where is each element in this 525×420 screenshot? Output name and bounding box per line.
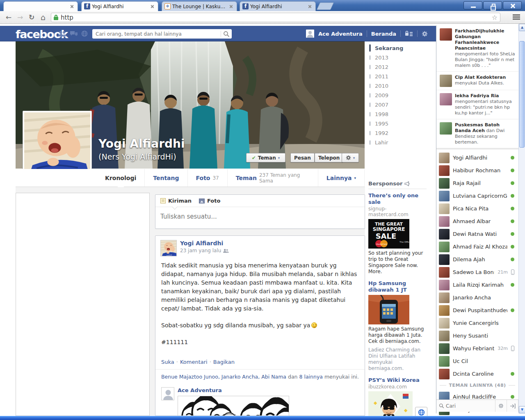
chat-hide-sidebar-button[interactable] <box>507 400 518 412</box>
ticker-item[interactable]: FarkhanDijhulukhie Gabungan Farhanleahkw… <box>436 25 518 72</box>
ticker-item[interactable]: Puskesmas Batoh Banda Aceh dan Dwi Bendi… <box>436 119 518 148</box>
bookmark-star-icon[interactable]: ☆ <box>492 14 498 21</box>
timeline-year[interactable]: 1992 <box>368 128 426 138</box>
search-icon[interactable] <box>221 31 232 37</box>
post-author-name[interactable]: Yogi Alfiardhi <box>180 240 229 247</box>
timeline-year[interactable]: 2011 <box>368 72 426 81</box>
more-likers-link[interactable]: 8 lainnya <box>299 374 323 380</box>
timeline-year[interactable]: 2007 <box>368 100 426 110</box>
chat-friend-row[interactable]: Dewi Puspitanthudewox <box>436 304 518 317</box>
cover-gear-button[interactable]: ▾ <box>342 153 359 162</box>
browser-tab-yogi-2[interactable]: f Yogi Alfiardhi <box>240 1 316 11</box>
like-link[interactable]: Suka <box>161 359 174 365</box>
post-timestamp[interactable]: 23 jam yang lalu <box>180 248 221 253</box>
browser-menu-icon[interactable] <box>511 14 522 22</box>
chat-friend-row[interactable]: Dewi Ratna Wati <box>436 228 518 240</box>
browser-tab-yogi-1[interactable]: f Yogi Alfiardhi <box>81 1 158 11</box>
reload-button[interactable]: ↻ <box>26 12 37 22</box>
scroll-down-button[interactable]: ▼ <box>519 406 525 413</box>
chat-friend-row[interactable]: Yogi Alfiardhi <box>436 151 518 164</box>
timeline-year[interactable]: 2009 <box>368 91 426 100</box>
ad-singapore-sale[interactable]: There’s only one sale signup-mastercard.… <box>368 192 427 275</box>
privacy-shortcuts-icon[interactable] <box>405 31 413 37</box>
chat-friend-row[interactable]: Laila Rizqi Karimah <box>436 278 518 291</box>
notifications-globe-icon[interactable] <box>81 30 88 37</box>
ticker-item[interactable]: Cip Alat Kedokteranmenyukai Duta Alkes. <box>436 72 518 90</box>
friend-button[interactable]: ✔ Teman ▾ <box>246 153 285 162</box>
scroll-up-button[interactable]: ▲ <box>519 24 525 31</box>
post-author-avatar[interactable] <box>160 240 177 256</box>
search-input[interactable] <box>92 31 221 37</box>
comment-author-avatar[interactable] <box>161 387 174 400</box>
chat-search[interactable] <box>436 400 495 412</box>
user-name-link[interactable]: Ace Adventura <box>318 31 363 37</box>
chat-friend-row[interactable]: Heny Susanti <box>436 329 518 342</box>
user-avatar[interactable] <box>306 30 314 38</box>
chat-friend-row[interactable]: Pica Nica Pita <box>436 202 518 215</box>
scrollbar-thumb[interactable] <box>519 41 525 148</box>
tab-more[interactable]: Lainnya▾ <box>318 169 365 187</box>
chat-friend-row[interactable]: Wahyu Febrianto32m <box>436 342 518 355</box>
chat-friend-row[interactable]: Janarko Ancha <box>436 291 518 304</box>
close-button[interactable] <box>503 1 522 9</box>
restore-button[interactable] <box>483 1 502 9</box>
back-button[interactable]: ← <box>3 12 14 22</box>
timeline-year[interactable]: Sekarang <box>368 43 426 53</box>
likers-link[interactable]: Benue Majaztoo Junoo, Janarko Ancha, Abi… <box>161 374 286 380</box>
tab-timeline[interactable]: Kronologi <box>97 169 145 187</box>
tab-friends[interactable]: Teman237 Teman yang Sama <box>228 169 318 187</box>
home-link[interactable]: Beranda <box>371 31 396 37</box>
chat-friend-row[interactable]: Ahmad Faiz Al Khozainy <box>436 240 518 253</box>
chat-friend-row[interactable]: Sadewo La Bonne21m <box>436 266 518 278</box>
url-input[interactable] <box>61 14 490 21</box>
comment-link[interactable]: Komentari <box>180 359 208 365</box>
share-link[interactable]: Bagikan <box>213 359 235 365</box>
browser-tab-kaskus[interactable]: ✻ The Lounge | Kaskus - The L <box>162 1 237 11</box>
timeline-year[interactable]: 2013 <box>368 53 426 62</box>
close-tab-icon[interactable] <box>307 4 313 9</box>
new-tab-button[interactable] <box>317 2 334 10</box>
chat-friend-row[interactable]: Raja Rajail <box>436 177 518 189</box>
timeline-year[interactable]: 2012 <box>368 62 426 72</box>
ad-image[interactable] <box>368 295 409 324</box>
minimize-button[interactable] <box>463 1 482 9</box>
friend-requests-icon[interactable] <box>58 30 66 37</box>
facebook-search[interactable] <box>92 29 232 39</box>
chat-friend-row[interactable]: Habibur Rochman <box>436 164 518 177</box>
composer-input[interactable] <box>160 213 359 220</box>
browser-tab-blank[interactable] <box>3 1 78 11</box>
comment-author-name[interactable]: Ace Adventura <box>178 387 289 393</box>
chat-friend-row[interactable]: Dcinta Caroline <box>436 368 518 380</box>
close-tab-icon[interactable] <box>228 4 234 9</box>
chat-search-input[interactable] <box>446 403 487 409</box>
close-tab-icon[interactable] <box>69 4 75 9</box>
timeline-year[interactable]: 1998 <box>368 110 426 119</box>
chat-settings-gear-button[interactable] <box>495 400 507 412</box>
forward-button[interactable]: → <box>15 12 25 22</box>
composer-tab-photo[interactable]: Foto <box>199 195 220 207</box>
timeline-year[interactable]: 1995 <box>368 119 426 128</box>
home-button[interactable]: ⌂ <box>38 12 48 22</box>
page-scrollbar[interactable]: ▲ ▼ <box>518 24 525 413</box>
timeline-year[interactable]: Lahir <box>368 138 426 147</box>
close-tab-icon[interactable] <box>150 4 155 9</box>
chat-friend-row[interactable]: Ahmaed Albar <box>436 215 518 228</box>
message-button[interactable]: Pesan <box>290 153 315 162</box>
tab-about[interactable]: Tentang <box>145 169 187 187</box>
chat-friend-row[interactable]: Dilema Ajah <box>436 253 518 266</box>
ad-image[interactable]: THE GREAT SINGAPORE SALE MasterCard The … <box>368 219 409 249</box>
chat-friend-row[interactable]: Yunie Cancergirls <box>436 317 518 329</box>
comment-meme-image[interactable] <box>178 396 289 416</box>
timeline-year[interactable]: 2010 <box>368 81 426 91</box>
ticker-item[interactable]: Iekha Fadriya Riamengomentari statusnya … <box>436 90 518 119</box>
chat-friend-row[interactable]: Uc Cil <box>436 355 518 368</box>
avatar <box>440 122 452 135</box>
call-button[interactable]: Telepon <box>315 153 343 162</box>
settings-gear-icon[interactable] <box>422 31 428 37</box>
tab-photos[interactable]: Foto37 <box>188 169 228 187</box>
composer-tab-post[interactable]: Kiriman <box>160 195 192 207</box>
ad-samsung[interactable]: Hp Samsung dibawah 1 JT Ragam hape Samsu… <box>368 280 427 372</box>
messages-icon[interactable] <box>70 30 78 37</box>
chat-friend-row[interactable]: Lutviana CapricornGirl <box>436 189 518 202</box>
address-bar[interactable]: ☆ <box>51 13 500 22</box>
